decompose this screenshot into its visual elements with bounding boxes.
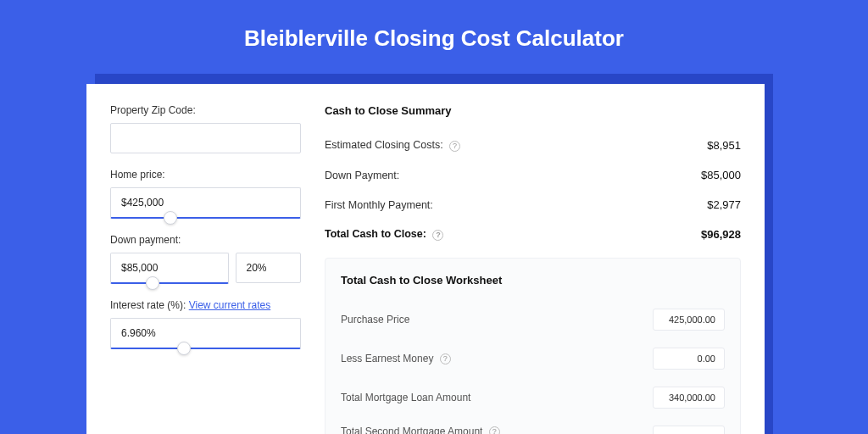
summary-row-total: Total Cash to Close: ? $96,928 xyxy=(325,220,741,249)
page-title: Bleiblerville Closing Cost Calculator xyxy=(0,0,868,74)
ws-row-earnest-money: Less Earnest Money ? 0.00 xyxy=(341,339,725,378)
ws-value xyxy=(653,426,725,434)
interest-label-row: Interest rate (%): View current rates xyxy=(110,299,301,311)
down-payment-input[interactable] xyxy=(110,253,229,284)
interest-slider-thumb[interactable] xyxy=(177,342,191,355)
total-value: $96,928 xyxy=(701,228,741,241)
help-icon[interactable]: ? xyxy=(432,230,443,241)
help-icon[interactable]: ? xyxy=(440,353,451,364)
ws-row-second-mortgage: Total Second Mortgage Amount ? xyxy=(341,417,725,434)
home-price-input[interactable] xyxy=(110,187,301,219)
ws-value: 425,000.00 xyxy=(653,309,725,331)
ws-label: Total Mortgage Loan Amount xyxy=(341,392,470,403)
summary-title: Cash to Close Summary xyxy=(325,104,741,117)
zip-input[interactable] xyxy=(110,123,301,153)
ws-value: 0.00 xyxy=(653,348,725,370)
ws-label: Total Second Mortgage Amount xyxy=(341,426,482,434)
total-label: Total Cash to Close: xyxy=(325,228,426,240)
calculator-card: Property Zip Code: Home price: Down paym… xyxy=(86,84,765,434)
ws-value: 340,000.00 xyxy=(653,387,725,409)
summary-row-down-payment: Down Payment: $85,000 xyxy=(325,160,741,190)
help-icon[interactable]: ? xyxy=(489,426,500,434)
worksheet-title: Total Cash to Close Worksheet xyxy=(341,274,725,287)
ws-label: Less Earnest Money xyxy=(341,353,433,364)
closing-costs-label: Estimated Closing Costs: xyxy=(325,139,443,151)
down-payment-pct-input[interactable] xyxy=(236,253,302,283)
card-backdrop: Property Zip Code: Home price: Down paym… xyxy=(95,74,773,434)
ws-label: Purchase Price xyxy=(341,314,409,326)
summary-row-first-monthly: First Monthly Payment: $2,977 xyxy=(325,190,741,220)
down-payment-slider-thumb[interactable] xyxy=(146,276,159,290)
inputs-panel: Property Zip Code: Home price: Down paym… xyxy=(110,104,301,434)
zip-label: Property Zip Code: xyxy=(110,104,301,116)
first-monthly-value: $2,977 xyxy=(707,198,741,211)
help-icon[interactable]: ? xyxy=(449,141,460,152)
interest-label: Interest rate (%): xyxy=(110,299,186,311)
view-rates-link[interactable]: View current rates xyxy=(189,299,271,311)
summary-row-closing-costs: Estimated Closing Costs: ? $8,951 xyxy=(325,131,741,160)
down-payment-label: Down payment: xyxy=(110,234,301,246)
results-panel: Cash to Close Summary Estimated Closing … xyxy=(325,104,741,434)
interest-input[interactable] xyxy=(110,318,301,349)
summary-down-payment-value: $85,000 xyxy=(701,169,741,181)
home-price-label: Home price: xyxy=(110,169,301,181)
ws-row-loan-amount: Total Mortgage Loan Amount 340,000.00 xyxy=(341,378,725,417)
home-price-slider-thumb[interactable] xyxy=(164,211,177,225)
ws-row-purchase-price: Purchase Price 425,000.00 xyxy=(341,300,725,339)
summary-down-payment-label: Down Payment: xyxy=(325,170,399,181)
worksheet-panel: Total Cash to Close Worksheet Purchase P… xyxy=(325,258,741,434)
first-monthly-label: First Monthly Payment: xyxy=(325,199,433,211)
closing-costs-value: $8,951 xyxy=(707,139,741,152)
